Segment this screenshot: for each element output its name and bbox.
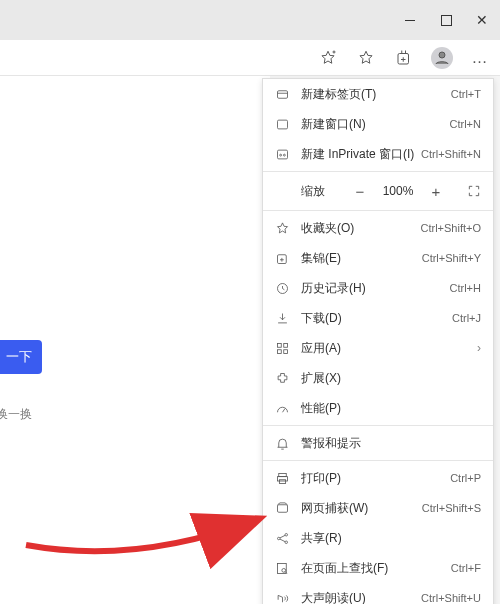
read-aloud-icon (273, 591, 291, 605)
svg-rect-18 (277, 343, 281, 347)
menu-separator (263, 460, 493, 461)
menu-label: 网页捕获(W) (301, 500, 422, 517)
menu-find[interactable]: 在页面上查找(F) Ctrl+F (263, 553, 493, 583)
menu-label: 性能(P) (301, 400, 481, 417)
menu-favorites[interactable]: 收藏夹(O) Ctrl+Shift+O (263, 213, 493, 243)
menu-shortcut: Ctrl+J (452, 312, 481, 324)
maximize-button[interactable] (428, 0, 464, 40)
zoom-value: 100% (381, 184, 415, 198)
zoom-out-button[interactable]: − (347, 178, 373, 204)
menu-label: 打印(P) (301, 470, 450, 487)
menu-shortcut: Ctrl+F (451, 562, 481, 574)
menu-separator (263, 425, 493, 426)
menu-new-tab[interactable]: 新建标签页(T) Ctrl+T (263, 79, 493, 109)
menu-read-aloud[interactable]: 大声朗读(U) Ctrl+Shift+U (263, 583, 493, 604)
collections-icon[interactable] (388, 42, 420, 74)
more-menu-button[interactable]: … (464, 42, 496, 74)
menu-label: 新建 InPrivate 窗口(I) (301, 146, 421, 163)
menu-label: 共享(R) (301, 530, 481, 547)
titlebar: ✕ (0, 0, 500, 40)
svg-point-12 (279, 154, 281, 156)
menu-shortcut: Ctrl+Shift+S (422, 502, 481, 514)
history-icon (273, 281, 291, 296)
menu-label: 下载(D) (301, 310, 452, 327)
menu-shortcut: Ctrl+Shift+O (420, 222, 481, 234)
svg-rect-10 (277, 120, 287, 129)
menu-shortcut: Ctrl+N (450, 118, 481, 130)
menu-label: 集锦(E) (301, 250, 422, 267)
menu-performance[interactable]: 性能(P) (263, 393, 493, 423)
svg-rect-8 (277, 90, 287, 98)
svg-rect-25 (277, 504, 287, 512)
svg-rect-11 (277, 150, 287, 159)
menu-shortcut: Ctrl+T (451, 88, 481, 100)
new-tab-icon (273, 87, 291, 102)
menu-extensions[interactable]: 扩展(X) (263, 363, 493, 393)
svg-rect-19 (283, 343, 287, 347)
menu-new-window[interactable]: 新建窗口(N) Ctrl+N (263, 109, 493, 139)
menu-print[interactable]: 打印(P) Ctrl+P (263, 463, 493, 493)
menu-label: 应用(A) (301, 340, 477, 357)
menu-downloads[interactable]: 下载(D) Ctrl+J (263, 303, 493, 333)
menu-alerts[interactable]: 警报和提示 (263, 428, 493, 458)
svg-point-7 (439, 52, 445, 58)
menu-collections[interactable]: 集锦(E) Ctrl+Shift+Y (263, 243, 493, 273)
svg-rect-22 (278, 473, 286, 476)
search-button[interactable]: 一下 (0, 340, 42, 374)
svg-rect-24 (279, 479, 285, 483)
inprivate-icon (273, 147, 291, 162)
profile-avatar[interactable] (426, 42, 458, 74)
extensions-icon (273, 371, 291, 386)
close-button[interactable]: ✕ (464, 0, 500, 40)
menu-label: 警报和提示 (301, 435, 481, 452)
add-favorite-icon[interactable] (312, 42, 344, 74)
minimize-button[interactable] (392, 0, 428, 40)
zoom-label: 缩放 (301, 183, 325, 200)
menu-zoom: 缩放 − 100% + (263, 174, 493, 208)
menu-label: 在页面上查找(F) (301, 560, 451, 577)
menu-share[interactable]: 共享(R) (263, 523, 493, 553)
svg-point-26 (277, 537, 280, 540)
downloads-icon (273, 311, 291, 326)
favorites-icon (273, 221, 291, 236)
svg-point-28 (285, 541, 288, 544)
menu-label: 收藏夹(O) (301, 220, 420, 237)
browser-toolbar: … (0, 40, 500, 76)
menu-shortcut: Ctrl+P (450, 472, 481, 484)
menu-shortcut: Ctrl+H (450, 282, 481, 294)
menu-apps[interactable]: 应用(A) › (263, 333, 493, 363)
new-window-icon (273, 117, 291, 132)
share-icon (273, 531, 291, 546)
favorites-icon[interactable] (350, 42, 382, 74)
menu-label: 历史记录(H) (301, 280, 450, 297)
find-icon (273, 561, 291, 576)
performance-icon (273, 401, 291, 416)
settings-menu: 新建标签页(T) Ctrl+T 新建窗口(N) Ctrl+N 新建 InPriv… (262, 78, 494, 604)
menu-history[interactable]: 历史记录(H) Ctrl+H (263, 273, 493, 303)
chevron-right-icon: › (477, 341, 481, 355)
swap-text[interactable]: 换一换 (0, 406, 32, 423)
menu-separator (263, 171, 493, 172)
print-icon (273, 471, 291, 486)
svg-rect-20 (277, 349, 281, 353)
menu-label: 扩展(X) (301, 370, 481, 387)
svg-rect-21 (283, 349, 287, 353)
svg-point-27 (285, 533, 288, 536)
menu-shortcut: Ctrl+Shift+N (421, 148, 481, 160)
menu-label: 大声朗读(U) (301, 590, 421, 605)
collections-icon (273, 251, 291, 266)
window-controls: ✕ (392, 0, 500, 40)
menu-label: 新建标签页(T) (301, 86, 451, 103)
menu-shortcut: Ctrl+Shift+U (421, 592, 481, 604)
svg-point-13 (283, 154, 285, 156)
menu-separator (263, 210, 493, 211)
menu-label: 新建窗口(N) (301, 116, 450, 133)
zoom-in-button[interactable]: + (423, 178, 449, 204)
fullscreen-icon[interactable] (461, 178, 487, 204)
page-background: 一下 换一换 (0, 76, 270, 604)
menu-shortcut: Ctrl+Shift+Y (422, 252, 481, 264)
menu-new-inprivate[interactable]: 新建 InPrivate 窗口(I) Ctrl+Shift+N (263, 139, 493, 169)
alerts-icon (273, 436, 291, 451)
menu-capture[interactable]: 网页捕获(W) Ctrl+Shift+S (263, 493, 493, 523)
apps-icon (273, 341, 291, 356)
